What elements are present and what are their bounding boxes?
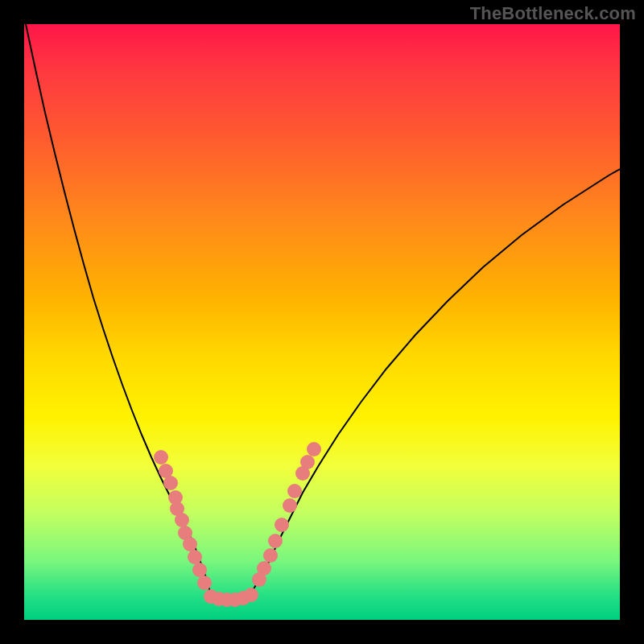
data-dot bbox=[244, 588, 258, 602]
data-dot bbox=[268, 534, 283, 548]
data-dot bbox=[197, 576, 212, 590]
data-dot bbox=[154, 450, 168, 464]
dots-flat bbox=[204, 588, 258, 607]
bottleneck-curve bbox=[26, 24, 620, 600]
dots-left bbox=[154, 450, 212, 590]
data-dot bbox=[307, 442, 321, 456]
data-dot bbox=[163, 476, 178, 490]
data-dot bbox=[287, 484, 302, 498]
plot-area bbox=[24, 24, 620, 620]
data-dot bbox=[192, 563, 207, 577]
data-dot bbox=[300, 455, 315, 469]
data-dot bbox=[188, 550, 202, 564]
chart-root: TheBottleneck.com bbox=[0, 0, 644, 644]
data-dot bbox=[183, 537, 197, 551]
data-dot bbox=[263, 548, 278, 563]
chart-svg bbox=[24, 24, 620, 620]
dots-right bbox=[252, 442, 321, 587]
data-dot bbox=[175, 513, 189, 527]
data-dot bbox=[257, 561, 271, 576]
data-dot bbox=[275, 518, 289, 532]
watermark-text: TheBottleneck.com bbox=[470, 3, 636, 24]
data-dot bbox=[283, 498, 297, 513]
